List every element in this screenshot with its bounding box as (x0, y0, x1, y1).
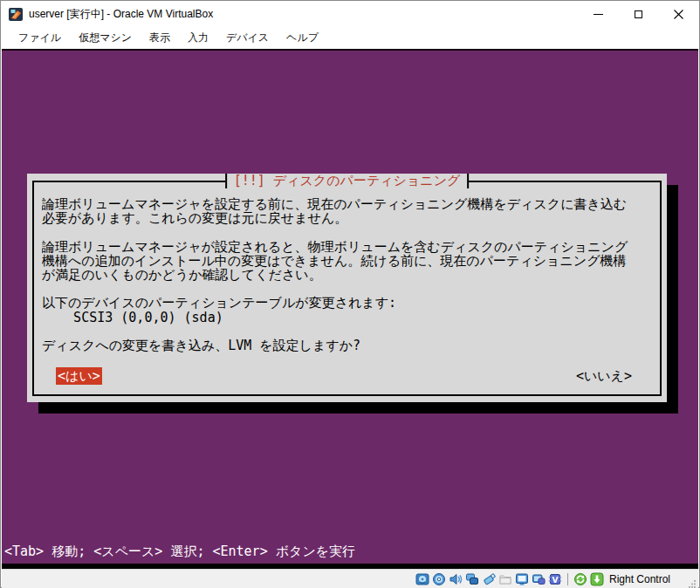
menu-help[interactable]: ヘルプ (278, 27, 327, 50)
dialog-title: [!!] ディスクのパーティショニング (225, 174, 470, 188)
maximize-icon (635, 10, 642, 18)
vm-display[interactable]: [!!] ディスクのパーティショニング 論理ボリュームマネージャを設定する前に、… (2, 49, 698, 564)
virtualbox-vm-icon (9, 7, 24, 22)
usb-icon[interactable] (482, 571, 497, 586)
yes-button[interactable]: <はい> (56, 367, 102, 385)
maximize-button[interactable] (618, 2, 658, 27)
host-key-label: Right Control (609, 573, 670, 585)
virtualbox-window: userver [実行中] - Oracle VM VirtualBox ファイ… (0, 0, 700, 588)
minimize-button[interactable] (578, 2, 618, 27)
menu-devices[interactable]: デバイス (217, 27, 278, 50)
keyboard-capture-icon[interactable] (590, 571, 605, 586)
optical-disc-icon[interactable] (432, 571, 447, 586)
shared-folders-icon[interactable] (498, 571, 513, 586)
installer-help-line: <Tab> 移動; <スペース> 選択; <Enter> ボタンを実行 (4, 544, 355, 560)
statusbar-separator (567, 573, 568, 585)
dialog-button-row: <はい> <いいえ> (27, 367, 667, 385)
recording-icon[interactable] (532, 571, 546, 586)
resize-grip-icon[interactable] (688, 576, 697, 585)
titlebar: userver [実行中] - Oracle VM VirtualBox (2, 2, 698, 27)
minimize-icon (594, 14, 603, 15)
menu-machine[interactable]: 仮想マシン (70, 27, 141, 50)
menubar: ファイル 仮想マシン 表示 入力 デバイス ヘルプ (2, 27, 698, 49)
network-icon[interactable] (465, 571, 480, 586)
display-icon[interactable] (515, 571, 530, 586)
dialog-body-text: 論理ボリュームマネージャを設定する前に、現在のパーティショニング機構をディスクに… (42, 197, 653, 352)
menu-file[interactable]: ファイル (10, 27, 70, 50)
mouse-integration-icon[interactable] (573, 571, 588, 586)
no-button[interactable]: <いいえ> (574, 367, 634, 385)
menu-input[interactable]: 入力 (179, 27, 217, 50)
audio-icon[interactable] (449, 571, 463, 586)
svg-text:V: V (552, 575, 559, 584)
close-icon (674, 10, 683, 19)
features-icon[interactable]: V (548, 571, 563, 586)
partitioning-dialog: [!!] ディスクのパーティショニング 論理ボリュームマネージャを設定する前に、… (27, 174, 667, 402)
menu-view[interactable]: 表示 (141, 27, 179, 50)
close-button[interactable] (658, 2, 698, 27)
window-title: userver [実行中] - Oracle VM VirtualBox (29, 7, 213, 22)
statusbar: V Right Control (2, 569, 698, 588)
hard-disk-icon[interactable] (415, 571, 430, 586)
